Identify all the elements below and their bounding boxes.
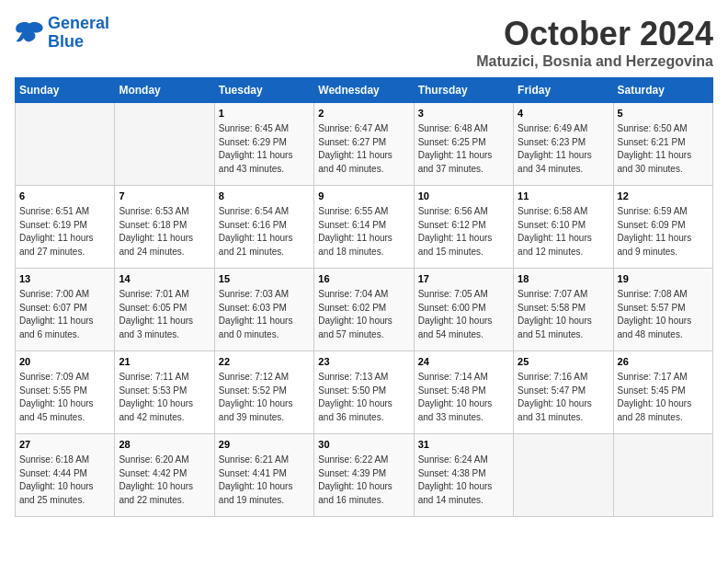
calendar-week-row: 1Sunrise: 6:45 AMSunset: 6:29 PMDaylight… <box>16 103 713 186</box>
day-number: 17 <box>418 272 509 286</box>
weekday-header: Tuesday <box>214 78 313 103</box>
calendar-cell: 7Sunrise: 6:53 AMSunset: 6:18 PMDaylight… <box>115 186 214 269</box>
day-number: 26 <box>618 355 709 369</box>
calendar-cell: 31Sunrise: 6:24 AMSunset: 4:38 PMDayligh… <box>414 434 513 517</box>
location-title: Matuzici, Bosnia and Herzegovina <box>476 53 713 70</box>
day-number: 9 <box>318 190 409 203</box>
day-number: 12 <box>618 190 709 203</box>
day-detail: Sunrise: 7:01 AMSunset: 6:05 PMDaylight:… <box>119 288 210 341</box>
day-detail: Sunrise: 7:05 AMSunset: 6:00 PMDaylight:… <box>418 288 509 341</box>
weekday-header: Wednesday <box>314 78 414 103</box>
calendar-cell: 27Sunrise: 6:18 AMSunset: 4:44 PMDayligh… <box>16 434 115 517</box>
calendar-cell: 2Sunrise: 6:47 AMSunset: 6:27 PMDaylight… <box>314 103 414 186</box>
calendar-cell <box>16 103 115 186</box>
day-detail: Sunrise: 6:56 AMSunset: 6:12 PMDaylight:… <box>418 205 509 259</box>
calendar-cell: 5Sunrise: 6:50 AMSunset: 6:21 PMDaylight… <box>613 103 712 186</box>
logo: General Blue <box>15 15 109 52</box>
calendar-cell: 13Sunrise: 7:00 AMSunset: 6:07 PMDayligh… <box>16 269 115 351</box>
day-number: 31 <box>418 438 509 452</box>
calendar-cell: 17Sunrise: 7:05 AMSunset: 6:00 PMDayligh… <box>414 269 513 351</box>
calendar-cell <box>115 103 214 186</box>
day-detail: Sunrise: 7:09 AMSunset: 5:55 PMDaylight:… <box>19 371 110 424</box>
day-number: 7 <box>119 190 210 203</box>
title-block: October 2024 Matuzici, Bosnia and Herzeg… <box>476 15 713 70</box>
page-header: General Blue October 2024 Matuzici, Bosn… <box>15 15 713 70</box>
day-number: 22 <box>219 355 310 369</box>
day-number: 1 <box>219 107 310 121</box>
calendar-cell: 8Sunrise: 6:54 AMSunset: 6:16 PMDaylight… <box>214 186 313 269</box>
day-detail: Sunrise: 6:24 AMSunset: 4:38 PMDaylight:… <box>418 454 509 507</box>
weekday-header: Monday <box>115 78 214 103</box>
day-number: 25 <box>518 355 609 369</box>
weekday-header: Friday <box>514 78 613 103</box>
weekday-row: SundayMondayTuesdayWednesdayThursdayFrid… <box>16 78 713 103</box>
day-number: 20 <box>19 355 110 369</box>
calendar-cell: 19Sunrise: 7:08 AMSunset: 5:57 PMDayligh… <box>613 269 712 351</box>
day-detail: Sunrise: 6:51 AMSunset: 6:19 PMDaylight:… <box>19 205 110 259</box>
calendar-week-row: 6Sunrise: 6:51 AMSunset: 6:19 PMDaylight… <box>16 186 713 269</box>
day-detail: Sunrise: 6:21 AMSunset: 4:41 PMDaylight:… <box>219 454 310 507</box>
day-detail: Sunrise: 6:45 AMSunset: 6:29 PMDaylight:… <box>219 122 310 176</box>
day-number: 15 <box>219 272 310 286</box>
calendar-cell: 20Sunrise: 7:09 AMSunset: 5:55 PMDayligh… <box>16 351 115 434</box>
day-number: 27 <box>19 438 110 452</box>
day-detail: Sunrise: 6:48 AMSunset: 6:25 PMDaylight:… <box>418 122 509 176</box>
calendar-cell: 29Sunrise: 6:21 AMSunset: 4:41 PMDayligh… <box>214 434 313 517</box>
calendar-cell: 15Sunrise: 7:03 AMSunset: 6:03 PMDayligh… <box>214 269 313 351</box>
day-number: 2 <box>318 107 409 121</box>
calendar-cell: 26Sunrise: 7:17 AMSunset: 5:45 PMDayligh… <box>613 351 712 434</box>
day-number: 29 <box>219 438 310 452</box>
day-number: 6 <box>19 190 110 203</box>
calendar-cell: 16Sunrise: 7:04 AMSunset: 6:02 PMDayligh… <box>314 269 414 351</box>
calendar-cell: 24Sunrise: 7:14 AMSunset: 5:48 PMDayligh… <box>414 351 513 434</box>
calendar-cell: 25Sunrise: 7:16 AMSunset: 5:47 PMDayligh… <box>514 351 613 434</box>
day-number: 4 <box>518 107 609 121</box>
day-number: 30 <box>318 438 409 452</box>
day-number: 14 <box>119 272 210 286</box>
day-detail: Sunrise: 7:08 AMSunset: 5:57 PMDaylight:… <box>618 288 709 341</box>
day-detail: Sunrise: 6:53 AMSunset: 6:18 PMDaylight:… <box>119 205 210 259</box>
day-detail: Sunrise: 7:13 AMSunset: 5:50 PMDaylight:… <box>318 371 409 424</box>
calendar-cell: 14Sunrise: 7:01 AMSunset: 6:05 PMDayligh… <box>115 269 214 351</box>
day-detail: Sunrise: 6:59 AMSunset: 6:09 PMDaylight:… <box>618 205 709 259</box>
logo-icon <box>15 20 44 46</box>
calendar-cell <box>514 434 613 517</box>
day-detail: Sunrise: 6:50 AMSunset: 6:21 PMDaylight:… <box>618 122 709 176</box>
day-number: 28 <box>119 438 210 452</box>
day-detail: Sunrise: 7:14 AMSunset: 5:48 PMDaylight:… <box>418 371 509 424</box>
calendar-header: SundayMondayTuesdayWednesdayThursdayFrid… <box>16 78 713 103</box>
calendar-cell: 12Sunrise: 6:59 AMSunset: 6:09 PMDayligh… <box>613 186 712 269</box>
day-detail: Sunrise: 7:11 AMSunset: 5:53 PMDaylight:… <box>119 371 210 424</box>
day-detail: Sunrise: 7:04 AMSunset: 6:02 PMDaylight:… <box>318 288 409 341</box>
calendar-week-row: 13Sunrise: 7:00 AMSunset: 6:07 PMDayligh… <box>16 269 713 351</box>
day-detail: Sunrise: 6:47 AMSunset: 6:27 PMDaylight:… <box>318 122 409 176</box>
day-number: 19 <box>618 272 709 286</box>
calendar-cell: 10Sunrise: 6:56 AMSunset: 6:12 PMDayligh… <box>414 186 513 269</box>
calendar-cell <box>613 434 712 517</box>
weekday-header: Saturday <box>613 78 712 103</box>
calendar-cell: 4Sunrise: 6:49 AMSunset: 6:23 PMDaylight… <box>514 103 613 186</box>
day-detail: Sunrise: 7:00 AMSunset: 6:07 PMDaylight:… <box>19 288 110 341</box>
day-detail: Sunrise: 6:58 AMSunset: 6:10 PMDaylight:… <box>518 205 609 259</box>
day-number: 3 <box>418 107 509 121</box>
day-number: 13 <box>19 272 110 286</box>
calendar-body: 1Sunrise: 6:45 AMSunset: 6:29 PMDaylight… <box>16 103 713 517</box>
day-number: 23 <box>318 355 409 369</box>
day-detail: Sunrise: 7:07 AMSunset: 5:58 PMDaylight:… <box>518 288 609 341</box>
month-title: October 2024 <box>476 15 713 53</box>
logo-text: General Blue <box>48 15 109 52</box>
weekday-header: Sunday <box>16 78 115 103</box>
calendar-cell: 3Sunrise: 6:48 AMSunset: 6:25 PMDaylight… <box>414 103 513 186</box>
calendar-cell: 18Sunrise: 7:07 AMSunset: 5:58 PMDayligh… <box>514 269 613 351</box>
day-number: 10 <box>418 190 509 203</box>
calendar-week-row: 20Sunrise: 7:09 AMSunset: 5:55 PMDayligh… <box>16 351 713 434</box>
calendar-cell: 22Sunrise: 7:12 AMSunset: 5:52 PMDayligh… <box>214 351 313 434</box>
day-number: 16 <box>318 272 409 286</box>
day-detail: Sunrise: 7:03 AMSunset: 6:03 PMDaylight:… <box>219 288 310 341</box>
weekday-header: Thursday <box>414 78 513 103</box>
day-number: 18 <box>518 272 609 286</box>
day-number: 8 <box>219 190 310 203</box>
day-number: 21 <box>119 355 210 369</box>
day-detail: Sunrise: 6:22 AMSunset: 4:39 PMDaylight:… <box>318 454 409 507</box>
calendar-cell: 30Sunrise: 6:22 AMSunset: 4:39 PMDayligh… <box>314 434 414 517</box>
